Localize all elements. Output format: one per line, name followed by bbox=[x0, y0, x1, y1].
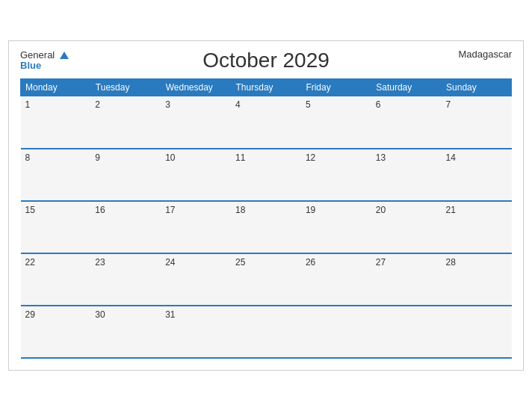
day-number: 15 bbox=[25, 205, 35, 215]
day-cell: 7 bbox=[442, 96, 512, 149]
day-number: 6 bbox=[376, 99, 381, 110]
header-thursday: Thursday bbox=[231, 79, 301, 96]
day-number: 12 bbox=[306, 152, 315, 163]
header-sunday: Sunday bbox=[442, 79, 512, 96]
day-cell bbox=[231, 306, 301, 358]
day-cell: 5 bbox=[301, 96, 371, 149]
logo-blue: Blue bbox=[20, 61, 69, 70]
day-cell: 16 bbox=[90, 201, 161, 253]
day-cell: 15 bbox=[21, 201, 91, 253]
day-number: 10 bbox=[165, 152, 175, 163]
day-cell: 2 bbox=[90, 96, 161, 149]
day-number: 18 bbox=[235, 205, 245, 215]
day-number: 31 bbox=[165, 309, 175, 320]
calendar-header: General Blue October 2029 Madagascar bbox=[20, 49, 512, 72]
day-number: 26 bbox=[306, 257, 315, 268]
day-cell bbox=[442, 306, 512, 358]
day-number: 14 bbox=[446, 152, 456, 163]
day-cell bbox=[301, 306, 371, 358]
header-wednesday: Wednesday bbox=[161, 79, 231, 96]
day-cell: 3 bbox=[161, 96, 231, 149]
day-number: 24 bbox=[165, 257, 175, 268]
day-number: 3 bbox=[165, 99, 170, 110]
days-header-row: Monday Tuesday Wednesday Thursday Friday… bbox=[21, 79, 512, 96]
day-number: 20 bbox=[376, 205, 386, 215]
day-number: 17 bbox=[165, 205, 175, 215]
day-number: 4 bbox=[235, 99, 241, 110]
day-cell: 23 bbox=[90, 253, 161, 306]
calendar-table: Monday Tuesday Wednesday Thursday Friday… bbox=[20, 78, 512, 359]
day-cell: 24 bbox=[161, 253, 231, 306]
day-number: 28 bbox=[446, 257, 456, 268]
day-number: 2 bbox=[95, 99, 100, 110]
day-cell: 1 bbox=[21, 96, 91, 149]
day-cell: 30 bbox=[90, 306, 161, 358]
day-cell: 11 bbox=[231, 149, 301, 201]
logo-triangle-icon bbox=[60, 52, 69, 59]
logo: General Blue bbox=[20, 49, 69, 70]
day-cell: 17 bbox=[161, 201, 231, 253]
day-cell: 8 bbox=[21, 149, 91, 201]
day-number: 1 bbox=[25, 99, 31, 110]
calendar-body: 1234567891011121314151617181920212223242… bbox=[21, 96, 512, 358]
day-cell: 29 bbox=[21, 306, 91, 358]
header-monday: Monday bbox=[21, 79, 91, 96]
week-row-1: 1234567 bbox=[21, 96, 512, 149]
day-number: 25 bbox=[235, 257, 245, 268]
week-row-4: 22232425262728 bbox=[21, 253, 512, 306]
day-cell: 12 bbox=[301, 149, 371, 201]
month-title: October 2029 bbox=[202, 49, 330, 72]
header-tuesday: Tuesday bbox=[90, 79, 161, 96]
day-number: 16 bbox=[95, 205, 105, 215]
day-cell: 26 bbox=[301, 253, 371, 306]
day-number: 9 bbox=[95, 152, 100, 163]
day-number: 7 bbox=[446, 99, 451, 110]
day-cell bbox=[371, 306, 442, 358]
day-number: 5 bbox=[306, 99, 311, 110]
week-row-3: 15161718192021 bbox=[21, 201, 512, 253]
day-number: 19 bbox=[306, 205, 315, 215]
day-cell: 21 bbox=[442, 201, 512, 253]
week-row-2: 891011121314 bbox=[21, 149, 512, 201]
logo-general: General bbox=[20, 49, 69, 61]
day-cell: 10 bbox=[161, 149, 231, 201]
day-number: 27 bbox=[376, 257, 386, 268]
day-number: 13 bbox=[376, 152, 386, 163]
day-cell: 18 bbox=[231, 201, 301, 253]
day-number: 8 bbox=[25, 152, 31, 163]
day-cell: 9 bbox=[90, 149, 161, 201]
day-cell: 20 bbox=[371, 201, 442, 253]
day-number: 11 bbox=[235, 152, 245, 163]
country-label: Madagascar bbox=[458, 49, 512, 60]
day-number: 23 bbox=[95, 257, 105, 268]
day-number: 29 bbox=[25, 309, 35, 320]
day-cell: 4 bbox=[231, 96, 301, 149]
day-cell: 28 bbox=[442, 253, 512, 306]
day-cell: 27 bbox=[371, 253, 442, 306]
day-cell: 6 bbox=[371, 96, 442, 149]
day-cell: 25 bbox=[231, 253, 301, 306]
day-cell: 13 bbox=[371, 149, 442, 201]
day-number: 21 bbox=[446, 205, 456, 215]
day-number: 30 bbox=[95, 309, 105, 320]
day-cell: 22 bbox=[21, 253, 91, 306]
calendar-container: General Blue October 2029 Madagascar Mon… bbox=[8, 40, 524, 371]
day-cell: 31 bbox=[161, 306, 231, 358]
header-saturday: Saturday bbox=[371, 79, 442, 96]
header-friday: Friday bbox=[301, 79, 371, 96]
day-cell: 14 bbox=[442, 149, 512, 201]
week-row-5: 293031 bbox=[21, 306, 512, 358]
day-number: 22 bbox=[25, 257, 35, 268]
day-cell: 19 bbox=[301, 201, 371, 253]
